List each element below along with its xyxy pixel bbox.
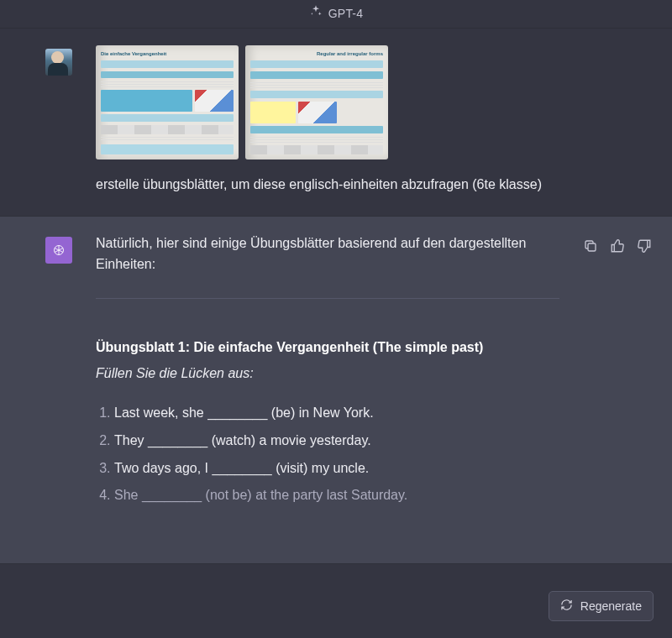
thumbs-up-icon[interactable] [610,238,625,254]
svg-rect-1 [588,243,596,251]
thumbs-down-icon[interactable] [637,238,652,254]
worksheet-subtitle: Füllen Sie die Lücken aus: [96,363,559,384]
divider [96,298,559,299]
model-header: GPT-4 [0,0,672,29]
list-item: Two days ago, I ________ (visit) my uncl… [114,458,559,479]
list-item: Last week, she ________ (be) in New York… [114,403,559,424]
attachment-image[interactable]: Regular and irregular forms [245,45,388,160]
refresh-icon [560,599,573,614]
list-item: She ________ (not be) at the party last … [114,485,559,506]
attachment-thumbnails: Die einfache Vergangenheit Regular and i… [96,45,583,160]
regenerate-button[interactable]: Regenerate [549,591,654,621]
exercise-list: Last week, she ________ (be) in New York… [96,403,559,506]
assistant-intro: Natürlich, hier sind einige Übungsblätte… [96,233,559,275]
model-name: GPT-4 [328,5,363,24]
list-item: They ________ (watch) a movie yesterday. [114,431,559,452]
worksheet-title: Übungsblatt 1: Die einfache Vergangenhei… [96,337,559,358]
avatar [45,237,72,264]
user-prompt: erstelle übungsblätter, um diese englisc… [96,175,583,196]
attachment-image[interactable]: Die einfache Vergangenheit [96,45,239,160]
regenerate-label: Regenerate [580,599,642,613]
user-message: Die einfache Vergangenheit Regular and i… [0,29,672,216]
copy-icon[interactable] [583,238,598,254]
assistant-message: Natürlich, hier sind einige Übungsblätte… [0,216,672,564]
avatar [45,49,72,76]
sparkle-icon [309,4,323,24]
